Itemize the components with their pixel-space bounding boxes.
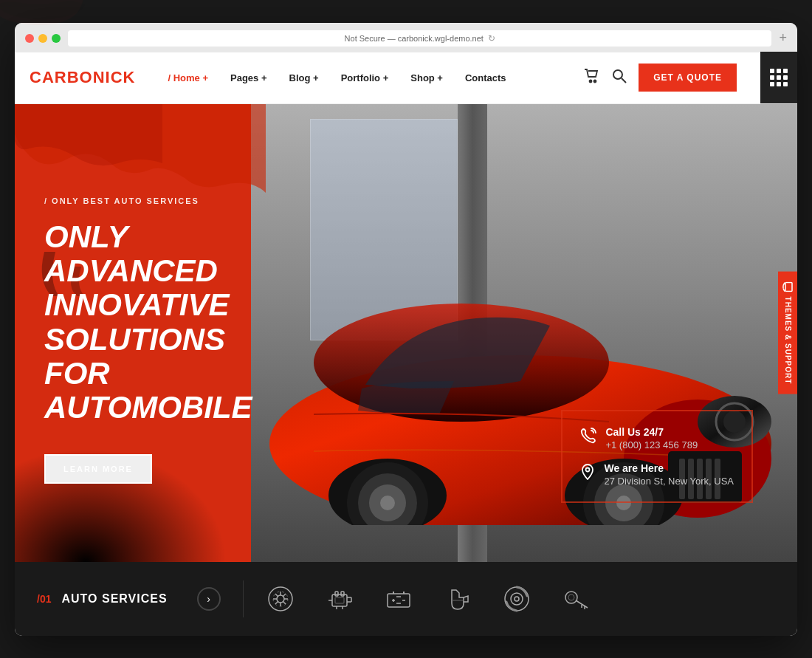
hero-section: / Only Best Auto Services Only Advanced … bbox=[15, 104, 797, 562]
svg-line-38 bbox=[275, 594, 278, 597]
maximize-button[interactable] bbox=[52, 34, 61, 43]
phone-contact-text: Call Us 24/7 +1 (800) 123 456 789 bbox=[605, 426, 698, 450]
svg-line-39 bbox=[283, 601, 286, 604]
hero-content: / Only Best Auto Services Only Advanced … bbox=[15, 104, 251, 562]
nav-actions: GET A QUOTE bbox=[584, 52, 782, 103]
hero-title-line1: Only Advanced bbox=[44, 219, 218, 288]
traffic-lights bbox=[25, 34, 61, 43]
hero-title-line2: Innovative Solutions bbox=[44, 287, 229, 356]
svg-line-40 bbox=[283, 594, 286, 597]
browser-window: Not Secure — carbonick.wgl-demo.net ↻ + … bbox=[15, 23, 797, 636]
get-quote-button[interactable]: GET A QUOTE bbox=[639, 64, 737, 92]
svg-line-28 bbox=[783, 282, 785, 285]
browser-chrome: Not Secure — carbonick.wgl-demo.net ↻ + bbox=[15, 23, 797, 52]
service-icon-brake[interactable] bbox=[502, 584, 531, 614]
minimize-button[interactable] bbox=[38, 34, 47, 43]
service-icon-key[interactable] bbox=[561, 584, 591, 614]
nav-item-pages[interactable]: Pages + bbox=[220, 66, 278, 89]
services-arrow-button[interactable]: › bbox=[197, 587, 221, 611]
section-title: Auto Services bbox=[61, 592, 167, 606]
engine-icon bbox=[325, 584, 354, 614]
address-contact-item: We are Here 27 Division St, New York, US… bbox=[580, 462, 734, 487]
svg-rect-43 bbox=[335, 592, 338, 596]
service-icon-wheel[interactable] bbox=[266, 584, 295, 614]
search-icon[interactable] bbox=[612, 69, 627, 87]
services-bar: /01 Auto Services › bbox=[15, 562, 797, 636]
svg-line-41 bbox=[275, 601, 278, 604]
address-value: 27 Division St, New York, USA bbox=[604, 476, 734, 487]
svg-point-0 bbox=[590, 80, 592, 82]
svg-rect-27 bbox=[785, 282, 792, 291]
hero-title: Only Advanced Innovative Solutions for A… bbox=[44, 220, 221, 425]
logo-text: CARBONICK bbox=[30, 68, 135, 87]
svg-rect-42 bbox=[332, 594, 347, 606]
services-divider bbox=[243, 580, 244, 617]
nav-item-contacts[interactable]: Contacts bbox=[455, 66, 517, 89]
nav-menu: Home + Pages + Blog + Portfolio + Shop +… bbox=[157, 66, 584, 89]
hero-subtitle: / Only Best Auto Services bbox=[44, 196, 221, 205]
address-contact-text: We are Here 27 Division St, New York, US… bbox=[604, 462, 734, 487]
svg-point-31 bbox=[269, 587, 292, 611]
address-text: Not Secure — carbonick.wgl-demo.net bbox=[345, 34, 484, 43]
services-section-label: /01 Auto Services bbox=[37, 592, 168, 606]
svg-rect-49 bbox=[335, 597, 344, 603]
brake-icon bbox=[502, 584, 531, 614]
phone-value: +1 (800) 123 456 789 bbox=[605, 439, 698, 450]
nav-item-home[interactable]: Home + bbox=[157, 66, 219, 89]
close-button[interactable] bbox=[25, 34, 34, 43]
service-icons-list bbox=[266, 584, 591, 614]
hero-title-line3: for Automobile bbox=[44, 356, 252, 425]
svg-point-64 bbox=[565, 592, 577, 603]
address-label: We are Here bbox=[604, 462, 734, 474]
phone-label: Call Us 24/7 bbox=[605, 426, 698, 438]
address-bar[interactable]: Not Secure — carbonick.wgl-demo.net ↻ bbox=[68, 30, 771, 47]
service-icon-battery[interactable] bbox=[384, 584, 413, 614]
refresh-icon[interactable]: ↻ bbox=[488, 33, 495, 44]
oil-icon bbox=[443, 584, 472, 614]
themes-icon bbox=[782, 281, 793, 292]
svg-line-3 bbox=[622, 78, 626, 83]
svg-point-63 bbox=[515, 597, 519, 601]
site-navigation: CARBONICK Home + Pages + Blog + Portfoli… bbox=[15, 52, 797, 104]
phone-icon bbox=[580, 428, 596, 448]
grid-icon bbox=[770, 69, 788, 86]
key-icon bbox=[561, 584, 591, 614]
nav-item-shop[interactable]: Shop + bbox=[400, 66, 453, 89]
nav-item-portfolio[interactable]: Portfolio + bbox=[331, 66, 399, 89]
grid-menu-button[interactable] bbox=[760, 52, 797, 103]
svg-rect-44 bbox=[341, 592, 344, 596]
contact-info-box: Call Us 24/7 +1 (800) 123 456 789 We are… bbox=[561, 410, 753, 503]
logo[interactable]: CARBONICK bbox=[30, 68, 135, 87]
svg-point-2 bbox=[613, 70, 622, 79]
section-number: /01 bbox=[37, 593, 51, 605]
learn-more-button[interactable]: LEARN MORE bbox=[44, 454, 152, 484]
svg-point-1 bbox=[594, 80, 596, 82]
phone-contact-item: Call Us 24/7 +1 (800) 123 456 789 bbox=[580, 426, 734, 450]
location-icon bbox=[580, 464, 595, 484]
svg-rect-52 bbox=[388, 594, 410, 607]
cart-icon[interactable] bbox=[584, 69, 600, 87]
themes-support-label: Themes & Support bbox=[784, 296, 792, 384]
new-tab-button[interactable]: + bbox=[779, 30, 787, 46]
svg-line-29 bbox=[783, 288, 785, 291]
service-icon-oil[interactable] bbox=[443, 584, 472, 614]
battery-icon bbox=[384, 584, 413, 614]
svg-point-65 bbox=[568, 594, 574, 600]
nav-item-blog[interactable]: Blog + bbox=[279, 66, 329, 89]
wheel-icon bbox=[266, 584, 295, 614]
svg-point-16 bbox=[380, 496, 395, 510]
svg-point-62 bbox=[511, 593, 523, 605]
svg-point-26 bbox=[586, 467, 590, 471]
service-icon-engine[interactable] bbox=[325, 584, 354, 614]
themes-support-sidebar[interactable]: Themes & Support bbox=[778, 271, 797, 394]
